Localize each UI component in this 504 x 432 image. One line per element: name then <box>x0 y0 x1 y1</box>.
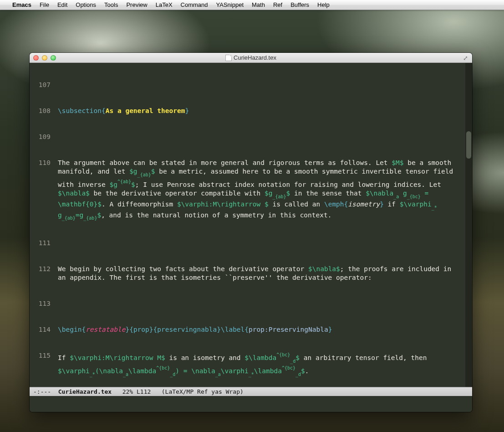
editor-pane[interactable]: 107 108\subsection{As a general theorem}… <box>30 63 472 387</box>
vertical-scrollbar[interactable] <box>465 63 472 387</box>
window-title: CurieHazard.tex <box>30 54 472 61</box>
section-title: As a general theorem <box>106 107 185 114</box>
modeline-pos: L112 <box>137 388 151 395</box>
menu-preview[interactable]: Preview <box>122 1 151 8</box>
menu-yasnippet[interactable]: YASnippet <box>212 1 248 8</box>
menu-latex[interactable]: LaTeX <box>152 1 177 8</box>
menu-options[interactable]: Options <box>71 1 100 8</box>
menu-help[interactable]: Help <box>313 1 334 8</box>
window-title-text: CurieHazard.tex <box>234 54 276 61</box>
menu-edit[interactable]: Edit <box>53 1 71 8</box>
menu-file[interactable]: File <box>36 1 53 8</box>
modeline-status: -:--- <box>33 388 58 395</box>
menu-tools[interactable]: Tools <box>100 1 122 8</box>
menu-ref[interactable]: Ref <box>269 1 286 8</box>
code-area[interactable]: 107 108\subsection{As a general theorem}… <box>30 63 465 387</box>
emacs-window: CurieHazard.tex ⤢ 107 108\subsection{As … <box>30 53 472 412</box>
line-number: 108 <box>34 107 53 115</box>
file-icon <box>225 55 232 61</box>
menu-math[interactable]: Math <box>248 1 269 8</box>
modeline-file: CurieHazard.tex <box>58 388 112 395</box>
modeline-mode: (LaTeX/MP Ref yas Wrap) <box>151 388 244 395</box>
scrollbar-thumb[interactable] <box>466 131 471 159</box>
emacs-modeline[interactable]: -:--- CurieHazard.tex 22% L112 (LaTeX/MP… <box>30 387 472 396</box>
mac-menubar: Emacs File Edit Options Tools Preview La… <box>0 0 504 10</box>
modeline-percent: 22% <box>112 388 137 395</box>
window-titlebar[interactable]: CurieHazard.tex ⤢ <box>30 53 472 63</box>
latex-command: \subsection{ <box>58 107 106 114</box>
menu-buffers[interactable]: Buffers <box>286 1 313 8</box>
line-number: 107 <box>34 81 53 89</box>
minibuffer[interactable] <box>30 396 472 412</box>
menu-app[interactable]: Emacs <box>8 1 36 8</box>
menu-command[interactable]: Command <box>177 1 212 8</box>
